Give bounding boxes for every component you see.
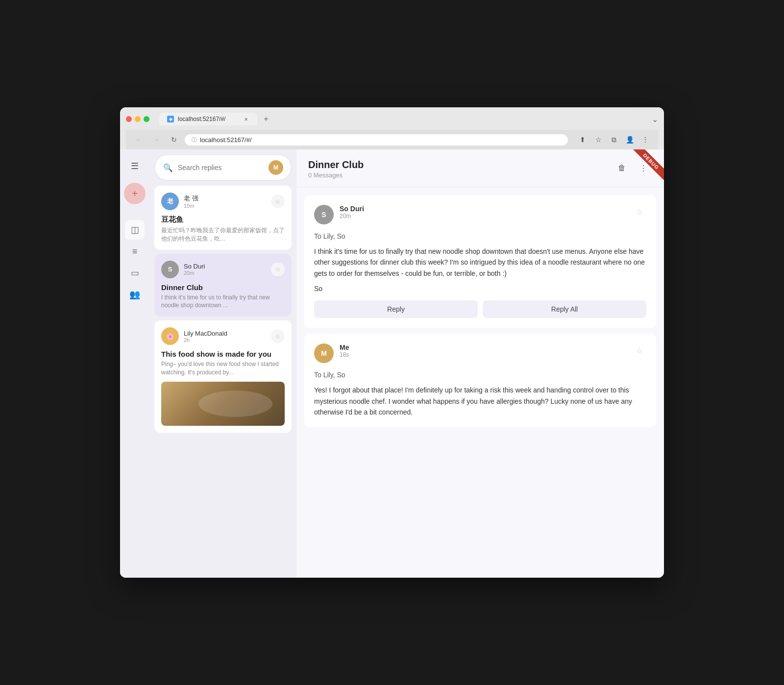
email-subject-3: This food show is made for you (161, 350, 285, 358)
message-to-2: To Lily, So (314, 371, 646, 379)
close-button[interactable] (126, 116, 132, 122)
refresh-button[interactable]: ↻ (167, 133, 181, 147)
icon-sidebar: ☰ + ◫ ≡ ▭ 👥 (120, 149, 149, 578)
email-item-2[interactable]: S So Duri 20m ☆ Dinner Club I think it's… (154, 254, 292, 317)
message-body-1: I think it's time for us to finally try … (314, 246, 646, 279)
email-detail-panel: DEBUG Dinner Club 0 Messages 🗑 ⋮ S (296, 149, 664, 578)
share-icon[interactable]: ⬆ (576, 133, 589, 147)
email-preview-3: Ping– you'd love this new food show I st… (161, 360, 285, 377)
url-field[interactable]: ⓘ localhost:52167/#/ (185, 134, 568, 146)
sidebar-item-inbox[interactable]: ◫ (125, 220, 145, 240)
email-subject-2: Dinner Club (161, 283, 285, 292)
message-header-1: S So Duri 20m ☆ (314, 205, 646, 224)
active-tab[interactable]: ◆ localhost:52167/#/ ✕ (159, 113, 257, 125)
message-sender-name-1: So Duri (340, 205, 627, 213)
message-avatar-2: M (314, 343, 334, 363)
tab-label: localhost:52167/#/ (178, 116, 225, 122)
reply-button[interactable]: Reply (314, 300, 478, 318)
tab-favicon: ◆ (167, 116, 174, 122)
star-button-1[interactable]: ☆ (271, 195, 285, 208)
sender-name-1: 老 强 (184, 194, 266, 203)
browser-actions: ⬆ ☆ ⧉ 👤 ⋮ (576, 133, 652, 147)
browser-chrome: ◆ localhost:52167/#/ ✕ + ⌄ ← → ↻ ⓘ local… (120, 107, 664, 149)
message-time-1: 20m (340, 213, 627, 220)
email-avatar-2: S (161, 261, 179, 278)
message-card-1: S So Duri 20m ☆ To Lily, So I think it's… (304, 195, 656, 328)
search-input[interactable] (178, 164, 264, 171)
message-time-2: 18s (340, 351, 627, 358)
new-tab-button[interactable]: + (259, 112, 273, 126)
back-button[interactable]: ← (132, 133, 146, 147)
email-subject-1: 豆花鱼 (161, 215, 285, 224)
browser-more-icon[interactable]: ⋮ (638, 133, 652, 147)
delete-button[interactable]: 🗑 (613, 159, 631, 177)
compose-button[interactable]: + (124, 183, 146, 204)
message-header-2: M Me 18s ☆ (314, 343, 646, 363)
email-item-3-header: 🌸 Lily MacDonald 2h ☆ (161, 327, 285, 345)
profile-icon[interactable]: 👤 (623, 133, 637, 147)
debug-label: DEBUG (633, 149, 664, 180)
food-image (161, 382, 285, 426)
message-to-1: To Lily, So (314, 232, 646, 240)
email-list: 老 老 强 10m ☆ 豆花鱼 最近忙吗？昨晚我去了你最爱的那家饭馆，点了他们的… (149, 186, 296, 578)
email-item-1[interactable]: 老 老 强 10m ☆ 豆花鱼 最近忙吗？昨晚我去了你最爱的那家饭馆，点了他们的… (154, 186, 292, 250)
email-avatar-1: 老 (161, 193, 179, 210)
email-avatar-3: 🌸 (161, 327, 179, 345)
message-avatar-1: S (314, 205, 334, 224)
maximize-button[interactable] (144, 116, 149, 122)
email-item-2-header: S So Duri 20m ☆ (161, 261, 285, 278)
address-bar: ← → ↻ ⓘ localhost:52167/#/ ⬆ ☆ ⧉ 👤 ⋮ (126, 130, 658, 149)
forward-button[interactable]: → (149, 133, 163, 147)
star-button-2[interactable]: ☆ (271, 263, 285, 276)
minimize-button[interactable] (135, 116, 141, 122)
email-time-3: 2h (184, 337, 266, 343)
search-bar: 🔍 M (155, 155, 291, 180)
email-sender-info-1: 老 强 10m (184, 194, 266, 209)
hamburger-button[interactable]: ☰ (126, 157, 144, 175)
email-time-2: 20m (184, 270, 266, 276)
url-text: localhost:52167/#/ (200, 136, 252, 144)
email-image-preview-3 (161, 382, 285, 426)
message-star-2[interactable]: ☆ (633, 343, 646, 357)
star-button-3[interactable]: ☆ (271, 329, 285, 343)
search-icon: 🔍 (163, 163, 173, 172)
sidebar-toggle-icon[interactable]: ⧉ (607, 133, 621, 147)
message-card-2: M Me 18s ☆ To Lily, So Yes! I forgot abo… (304, 334, 656, 427)
message-sender-info-2: Me 18s (340, 343, 627, 358)
bookmark-icon[interactable]: ☆ (591, 133, 605, 147)
traffic-lights (126, 116, 149, 122)
sidebar-item-chat[interactable]: ▭ (125, 263, 145, 283)
email-preview-2: I think it's time for us to finally try … (161, 294, 285, 310)
security-icon: ⓘ (192, 136, 197, 144)
sidebar-nav: ◫ ≡ ▭ 👥 (125, 220, 145, 304)
detail-title-area: Dinner Club 0 Messages (308, 159, 607, 179)
email-item-1-header: 老 老 强 10m ☆ (161, 193, 285, 210)
tab-end-chevron: ⌄ (652, 115, 658, 124)
reply-all-button[interactable]: Reply All (483, 300, 646, 318)
message-actions-1: Reply Reply All (314, 300, 646, 318)
debug-ribbon: DEBUG (630, 149, 664, 184)
detail-title: Dinner Club (308, 159, 607, 171)
message-sender-info-1: So Duri 20m (340, 205, 627, 220)
sidebar-item-contacts[interactable]: 👥 (125, 285, 145, 304)
email-time-1: 10m (184, 203, 266, 209)
tab-bar: ◆ localhost:52167/#/ ✕ + ⌄ (159, 112, 658, 126)
detail-header: Dinner Club 0 Messages 🗑 ⋮ (296, 149, 664, 187)
email-preview-1: 最近忙吗？昨晚我去了你最爱的那家饭馆，点了他们的特色豆花鱼，吃… (161, 226, 285, 243)
sender-name-3: Lily MacDonald (184, 330, 266, 337)
sender-name-2: So Duri (184, 263, 266, 270)
email-sender-info-2: So Duri 20m (184, 263, 266, 276)
message-star-1[interactable]: ☆ (633, 205, 646, 219)
title-bar: ◆ localhost:52167/#/ ✕ + ⌄ (126, 112, 658, 126)
email-list-panel: 🔍 M 老 老 强 10m ☆ 豆花鱼 最近忙吗？昨晚我去 (149, 149, 296, 578)
browser-window: ◆ localhost:52167/#/ ✕ + ⌄ ← → ↻ ⓘ local… (120, 107, 664, 578)
sidebar-item-list[interactable]: ≡ (125, 242, 145, 261)
email-item-3[interactable]: 🌸 Lily MacDonald 2h ☆ This food show is … (154, 320, 292, 433)
email-messages: S So Duri 20m ☆ To Lily, So I think it's… (296, 187, 664, 578)
app-content: ☰ + ◫ ≡ ▭ 👥 🔍 M 老 (120, 149, 664, 578)
tab-close-button[interactable]: ✕ (243, 116, 249, 122)
message-sender-name-2: Me (340, 343, 627, 351)
message-body-2: Yes! I forgot about that place! I'm defi… (314, 385, 646, 417)
user-avatar[interactable]: M (269, 160, 283, 175)
email-sender-info-3: Lily MacDonald 2h (184, 330, 266, 343)
